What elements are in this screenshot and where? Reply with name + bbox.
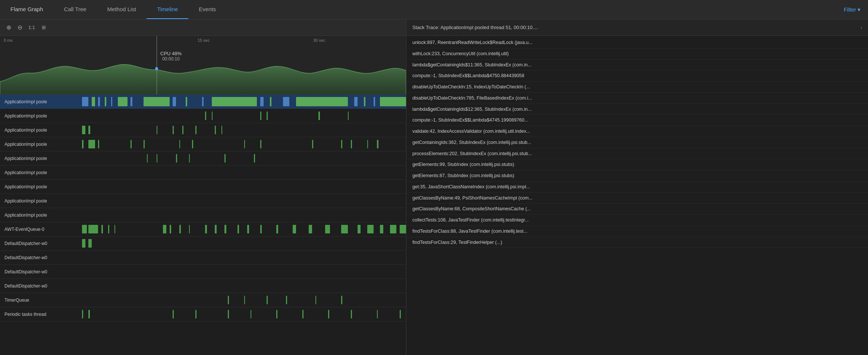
stack-item[interactable]: findTestsForClass:88, JavaTestFinder (co… — [406, 226, 868, 237]
cpu-waveform — [0, 46, 406, 95]
thread-row[interactable]: Periodic tasks thread — [0, 307, 406, 321]
stack-item[interactable]: lambda$getContainingIds$11:365, StubInde… — [406, 60, 868, 71]
time-label-15: 15 sec — [198, 38, 210, 43]
tab-method-list[interactable]: Method List — [97, 0, 147, 19]
thread-timeline — [82, 208, 406, 222]
stack-item[interactable]: get:35, JavaShortClassNameIndex (com.int… — [406, 182, 868, 193]
minus-icon: ⊖ — [18, 24, 22, 31]
thread-name: ApplicationImpl poole — [0, 142, 82, 147]
thread-name: ApplicationImpl poole — [0, 170, 82, 175]
zoom-out-button[interactable]: ⊖ — [16, 23, 24, 32]
stack-item[interactable]: processElements:202, StubIndexEx (com.in… — [406, 148, 868, 160]
thread-row[interactable]: ApplicationImpl poole — [0, 123, 406, 137]
thread-row[interactable]: DefaultDispatcher-w0 — [0, 251, 406, 265]
thread-timeline — [82, 151, 406, 165]
thread-row[interactable]: ApplicationImpl poole — [0, 208, 406, 222]
tab-bar: Flame Graph Call Tree Method List Timeli… — [0, 0, 868, 19]
thread-timeline — [82, 137, 406, 151]
cpu-info-overlay: CPU 48% 00:00:10 — [160, 51, 182, 62]
stack-item[interactable]: getClassesByName:49, PsiShortNamesCacheI… — [406, 193, 868, 204]
cpu-time: 00:00:10 — [162, 56, 180, 62]
main-layout: ⊕ ⊖ 1:1 ⊞ 0 ms 15 sec 30 sec — [0, 19, 868, 355]
thread-row[interactable]: DefaultDispatcher-w0 — [0, 279, 406, 293]
stack-item[interactable]: lambda$getContainingIds$12:365, StubInde… — [406, 104, 868, 115]
thread-name: DefaultDispatcher-w0 — [0, 241, 82, 246]
stack-trace-title: Stack Trace: ApplicationImpl pooled thre… — [412, 25, 858, 30]
stack-item[interactable]: collectTests:108, JavaTestFinder (com.in… — [406, 215, 868, 226]
thread-timeline — [82, 265, 406, 279]
thread-timeline — [82, 293, 406, 307]
thread-timeline — [82, 236, 406, 250]
thread-row[interactable]: ApplicationImpl poole — [0, 166, 406, 180]
thread-timeline — [82, 307, 406, 321]
grid-icon: ⊞ — [42, 25, 46, 30]
thread-row[interactable]: ApplicationImpl poole — [0, 180, 406, 194]
threads-list[interactable]: ApplicationImpl poole — [0, 95, 406, 355]
right-panel: Stack Trace: ApplicationImpl pooled thre… — [406, 19, 868, 355]
zoom-in-button[interactable]: ⊕ — [4, 23, 13, 32]
tab-call-tree[interactable]: Call Tree — [54, 0, 97, 19]
chevron-down-icon: ▾ — [858, 6, 861, 13]
thread-name: ApplicationImpl poole — [0, 213, 82, 218]
thread-row[interactable]: ApplicationImpl poole — [0, 137, 406, 151]
tab-flame-graph[interactable]: Flame Graph — [0, 0, 54, 19]
grid-view-button[interactable]: ⊞ — [40, 23, 48, 32]
thread-name: DefaultDispatcher-w0 — [0, 269, 82, 274]
thread-timeline — [82, 194, 406, 208]
stack-item[interactable]: getElements:87, StubIndex (com.intellij.… — [406, 170, 868, 182]
stack-item[interactable]: disableUpToDateCheckIn:785, FileBasedInd… — [406, 93, 868, 104]
thread-name: DefaultDispatcher-w0 — [0, 283, 82, 289]
zoom-ratio: 1:1 — [27, 25, 37, 30]
toolbar: ⊕ ⊖ 1:1 ⊞ — [0, 19, 406, 36]
thread-timeline — [82, 95, 406, 109]
time-ruler: 0 ms 15 sec 30 sec — [0, 36, 406, 46]
thread-timeline — [82, 279, 406, 293]
stack-item[interactable]: unlock:897, ReentrantReadWriteLock$ReadL… — [406, 37, 868, 48]
stack-trace-header[interactable]: Stack Trace: ApplicationImpl pooled thre… — [406, 19, 868, 36]
stack-item[interactable]: compute:-1, StubIndexEx$$Lambda$4750.884… — [406, 70, 868, 82]
tab-timeline[interactable]: Timeline — [147, 0, 188, 19]
stack-trace-list[interactable]: unlock:897, ReentrantReadWriteLock$ReadL… — [406, 36, 868, 355]
stack-item[interactable]: compute:-1, StubIndexEx$$Lambda$4745.199… — [406, 115, 868, 126]
stack-item[interactable]: validate:42, IndexAccessValidator (com.i… — [406, 126, 868, 137]
cpu-chart[interactable]: 0 ms 15 sec 30 sec CPU 48% — [0, 36, 406, 95]
thread-row[interactable]: ApplicationImpl poole — [0, 95, 406, 109]
thread-row[interactable]: AWT-EventQueue-0 — [0, 222, 406, 236]
cursor-dot — [155, 67, 158, 70]
chevron-right-icon: › — [861, 25, 862, 30]
thread-timeline — [82, 251, 406, 264]
thread-timeline — [82, 109, 406, 123]
thread-row[interactable]: ApplicationImpl poole — [0, 109, 406, 123]
thread-name: ApplicationImpl poole — [0, 198, 82, 204]
stack-item[interactable]: findTestsForClass:29, TestFinderHelper (… — [406, 237, 868, 248]
thread-row[interactable]: ApplicationImpl poole — [0, 194, 406, 208]
cpu-percent: CPU 48% — [160, 51, 182, 56]
filter-button[interactable]: Filter ▾ — [844, 6, 861, 13]
thread-name: ApplicationImpl poole — [0, 156, 82, 161]
time-label-0: 0 ms — [4, 38, 13, 43]
time-label-30: 30 sec — [313, 38, 325, 43]
plus-icon: ⊕ — [6, 24, 11, 31]
thread-name: Periodic tasks thread — [0, 312, 82, 317]
thread-name: AWT-EventQueue-0 — [0, 227, 82, 232]
stack-item[interactable]: getContainingIds:362, StubIndexEx (com.i… — [406, 137, 868, 148]
thread-name: ApplicationImpl poole — [0, 128, 82, 133]
thread-name: ApplicationImpl poole — [0, 99, 82, 104]
thread-name: DefaultDispatcher-w0 — [0, 255, 82, 260]
stack-item[interactable]: withLock:233, ConcurrencyUtil (com.intel… — [406, 48, 868, 60]
thread-timeline — [82, 180, 406, 194]
left-panel: ⊕ ⊖ 1:1 ⊞ 0 ms 15 sec 30 sec — [0, 19, 406, 355]
thread-row[interactable]: DefaultDispatcher-w0 — [0, 236, 406, 251]
stack-item[interactable]: disableUpToDateCheckIn:15, IndexUpToDate… — [406, 82, 868, 93]
thread-row[interactable]: ApplicationImpl poole — [0, 151, 406, 166]
thread-row[interactable]: TimerQueue — [0, 293, 406, 307]
thread-timeline — [82, 166, 406, 179]
thread-row[interactable]: DefaultDispatcher-w0 — [0, 265, 406, 279]
stack-item[interactable]: getElements:99, StubIndex (com.intellij.… — [406, 159, 868, 170]
thread-timeline — [82, 123, 406, 137]
thread-name: ApplicationImpl poole — [0, 184, 82, 189]
thread-name: ApplicationImpl poole — [0, 113, 82, 119]
tab-events[interactable]: Events — [188, 0, 226, 19]
thread-name: TimerQueue — [0, 298, 82, 303]
stack-item[interactable]: getClassesByName:68, CompositeShortNames… — [406, 204, 868, 215]
